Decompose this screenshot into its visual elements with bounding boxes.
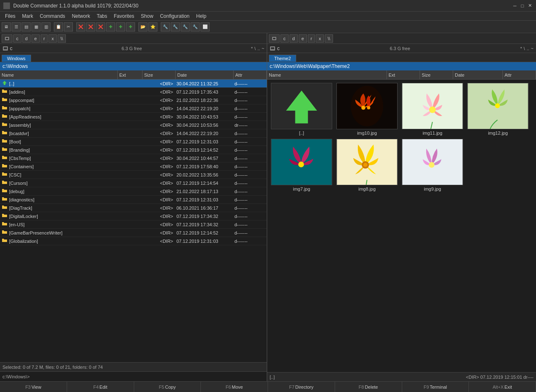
left-file-row[interactable]: [DigitalLocker]<DIR>07.12.2019 17:34:32d…: [0, 212, 267, 220]
left-col-name[interactable]: Name: [0, 70, 118, 79]
left-nav-star[interactable]: *: [251, 46, 253, 51]
right-tab-theme2[interactable]: Theme2: [269, 55, 296, 62]
menu-tabs[interactable]: Tabs: [93, 12, 110, 20]
left-file-row[interactable]: [en-US]<DIR>07.12.2019 17:34:32d-------: [0, 220, 267, 229]
left-col-size[interactable]: Size: [142, 70, 176, 79]
menu-files[interactable]: Files: [2, 12, 19, 20]
right-nav-dotdot[interactable]: ..: [526, 46, 529, 51]
toolbar-btn-14[interactable]: 📂: [138, 22, 147, 31]
left-file-row[interactable]: [assembly]<DIR>30.04.2022 10:53:56dr----…: [0, 121, 267, 129]
left-drive-r[interactable]: r: [41, 34, 48, 43]
left-file-row[interactable]: [appcompat]<DIR>21.02.2022 18:22:36d----…: [0, 96, 267, 104]
toolbar-btn-10[interactable]: ❌: [96, 22, 105, 31]
left-file-row[interactable]: [AppReadiness]<DIR>30.04.2022 10:43:53d-…: [0, 113, 267, 121]
menu-show[interactable]: Show: [138, 12, 157, 20]
fkey-f6[interactable]: F6Move: [201, 382, 268, 392]
toolbar-btn-7[interactable]: ✂: [64, 22, 73, 31]
menu-mark[interactable]: Mark: [19, 12, 36, 20]
left-drive-x[interactable]: x: [48, 34, 57, 43]
left-file-row[interactable]: [CSC]<DIR>20.02.2022 13:35:56d-------: [0, 171, 267, 179]
right-drive-unc[interactable]: \\: [325, 34, 333, 43]
left-col-attr[interactable]: Attr: [234, 70, 267, 79]
toolbar-btn-1[interactable]: 🖥: [2, 22, 11, 31]
right-nav-backslash[interactable]: \: [524, 46, 525, 51]
right-col-ext[interactable]: Ext: [387, 70, 420, 79]
left-nav-dotdot[interactable]: ..: [257, 46, 260, 51]
thumbnail-item[interactable]: img10.jpg: [336, 83, 398, 136]
toolbar-btn-4[interactable]: ▦: [31, 22, 41, 31]
left-drive-unc[interactable]: \\: [58, 34, 66, 43]
toolbar-btn-13[interactable]: ✚: [126, 22, 135, 31]
right-drive-e[interactable]: e: [299, 34, 307, 43]
menu-configuration[interactable]: Configuration: [157, 12, 193, 20]
toolbar-btn-9[interactable]: ❌: [86, 22, 95, 31]
left-drive-d[interactable]: d: [22, 34, 31, 43]
thumbnail-item[interactable]: img12.jpg: [467, 83, 529, 136]
left-nav-backslash[interactable]: \: [254, 46, 256, 51]
menu-commands[interactable]: Commands: [36, 12, 68, 20]
menu-help[interactable]: Help: [193, 12, 210, 20]
left-file-row[interactable]: [diagnostics]<DIR>07.12.2019 12:31:03d--…: [0, 196, 267, 204]
maximize-button[interactable]: □: [519, 3, 525, 9]
right-drive-x[interactable]: x: [316, 34, 324, 43]
toolbar-btn-18[interactable]: 🔧: [181, 22, 190, 31]
toolbar-btn-12[interactable]: ✚: [116, 22, 125, 31]
fkey-alt-x[interactable]: Alt+XExit: [469, 382, 536, 392]
thumbnail-item[interactable]: img9.jpg: [401, 139, 464, 191]
fkey-f3[interactable]: F3View: [0, 382, 67, 392]
right-nav-star[interactable]: *: [520, 46, 522, 51]
cmd-input[interactable]: [32, 374, 267, 380]
left-file-row[interactable]: [Cursors]<DIR>07.12.2019 12:14:54d------…: [0, 179, 267, 187]
fkey-f8[interactable]: F8Delete: [335, 382, 402, 392]
left-nav-tilde[interactable]: ~: [262, 46, 264, 51]
fkey-f5[interactable]: F5Copy: [134, 382, 201, 392]
left-file-row[interactable]: [debug]<DIR>21.02.2022 18:17:13d-------: [0, 187, 267, 196]
toolbar-btn-5[interactable]: ▥: [41, 22, 51, 31]
left-file-row[interactable]: [DiagTrack]<DIR>06.10.2021 16:36:17d----…: [0, 204, 267, 212]
left-file-row[interactable]: [Globalization]<DIR>07.12.2019 12:31:03d…: [0, 237, 267, 245]
left-file-row[interactable]: [Boot]<DIR>07.12.2019 12:31:03d-------: [0, 138, 267, 146]
toolbar-btn-15[interactable]: ⭐: [148, 22, 157, 31]
toolbar-btn-19[interactable]: 🔧: [191, 22, 200, 31]
left-col-ext[interactable]: Ext: [118, 70, 142, 79]
right-drive-c[interactable]: c: [280, 34, 289, 43]
left-file-row[interactable]: [..]<DIR>30.04.2022 11:32:25d-------: [0, 80, 267, 88]
left-file-row[interactable]: [Branding]<DIR>07.12.2019 12:14:52d-----…: [0, 146, 267, 154]
thumbnail-item[interactable]: [..]: [270, 83, 333, 136]
fkey-f7[interactable]: F7Directory: [268, 382, 335, 392]
thumbnail-item[interactable]: img11.jpg: [401, 83, 464, 136]
right-col-name[interactable]: Name: [267, 70, 387, 79]
right-col-attr[interactable]: Attr: [503, 70, 536, 79]
toolbar-btn-17[interactable]: 🔧: [171, 22, 180, 31]
thumbnail-item[interactable]: img8.jpg: [336, 139, 398, 191]
menu-network[interactable]: Network: [68, 12, 93, 20]
toolbar-btn-11[interactable]: ✚: [106, 22, 115, 31]
left-file-row[interactable]: [Containers]<DIR>07.12.2019 17:58:40d---…: [0, 162, 267, 171]
left-file-row[interactable]: [bcastdvr]<DIR>14.04.2022 22:19:20d-----…: [0, 129, 267, 138]
toolbar-btn-3[interactable]: ▤: [22, 22, 31, 31]
fkey-f4[interactable]: F4Edit: [67, 382, 134, 392]
toolbar-btn-8[interactable]: ❌: [76, 22, 85, 31]
right-drive-r[interactable]: r: [308, 34, 315, 43]
right-nav-tilde[interactable]: ~: [531, 46, 534, 51]
left-file-row[interactable]: [addins]<DIR>07.12.2019 17:35:43d-------: [0, 88, 267, 96]
left-file-row[interactable]: [GameBarPresenceWriter]<DIR>07.12.2019 1…: [0, 229, 267, 237]
toolbar-btn-2[interactable]: ☰: [12, 22, 21, 31]
toolbar-btn-20[interactable]: ⬜: [200, 22, 210, 31]
right-col-size[interactable]: Size: [420, 70, 453, 79]
fkey-f9[interactable]: F9Terminal: [402, 382, 469, 392]
left-drive-c[interactable]: c: [13, 34, 22, 43]
left-tab-windows[interactable]: Windows: [2, 55, 31, 62]
right-drive-d[interactable]: d: [290, 34, 298, 43]
toolbar-btn-6[interactable]: 📋: [54, 22, 63, 31]
thumbnail-item[interactable]: img7.jpg: [270, 139, 333, 191]
minimize-button[interactable]: ─: [512, 3, 518, 9]
left-col-date[interactable]: Date: [176, 70, 234, 79]
right-col-date[interactable]: Date: [453, 70, 503, 79]
left-drive-e[interactable]: e: [31, 34, 40, 43]
close-button[interactable]: ✕: [527, 3, 533, 9]
toolbar-btn-16[interactable]: 🔧: [161, 22, 170, 31]
left-file-row[interactable]: [apppatch]<DIR>14.04.2022 22:19:20d-----…: [0, 104, 267, 113]
left-file-row[interactable]: [CbsTemp]<DIR>30.04.2022 10:44:57d------…: [0, 154, 267, 162]
menu-favorites[interactable]: Favorites: [111, 12, 138, 20]
